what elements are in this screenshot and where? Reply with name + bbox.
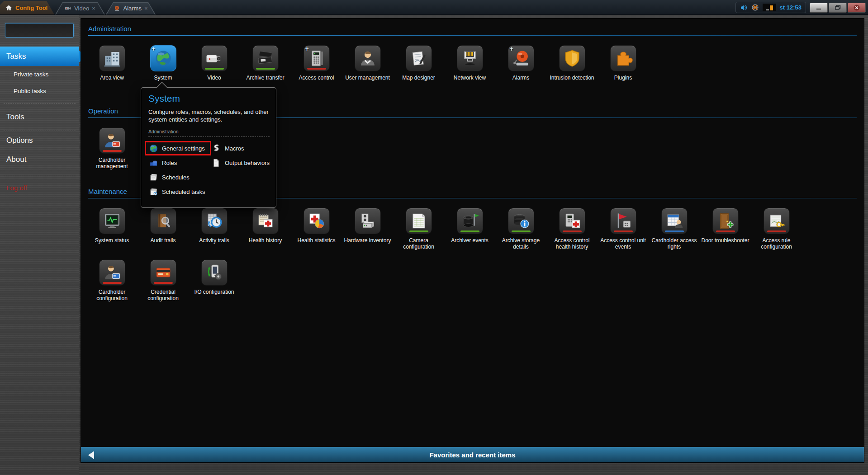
task-tile-label: Activity trails xyxy=(199,237,229,244)
section-underline xyxy=(88,35,857,36)
task-tile-plugins[interactable]: Plugins xyxy=(598,45,649,81)
sidebar-item-public-tasks[interactable]: Public tasks xyxy=(0,88,79,94)
system-tray: st 12:53 xyxy=(735,2,866,13)
task-tile-system[interactable]: +System xyxy=(138,45,189,81)
task-tile-activity-trails[interactable]: Activity trails xyxy=(189,208,240,244)
rj45-icon xyxy=(457,45,483,71)
sidebar-item-private-tasks[interactable]: Private tasks xyxy=(0,71,79,78)
keypad-icon: + xyxy=(304,45,330,71)
task-tile-label: Cardholder configuration xyxy=(87,289,137,301)
task-tile-access-rule-configuration[interactable]: Access rule configuration xyxy=(751,208,802,250)
task-tile-hardware-inventory[interactable]: Hardware inventory xyxy=(342,208,393,244)
task-tile-access-control[interactable]: +Access control xyxy=(291,45,342,81)
sidebar-item-tasks[interactable]: Tasks xyxy=(0,47,79,66)
camera-small-icon xyxy=(65,5,71,12)
minimize-button[interactable] xyxy=(810,3,828,13)
task-tile-cardholder-management[interactable]: Cardholder management xyxy=(86,127,138,169)
close-icon[interactable]: × xyxy=(92,5,95,11)
sidebar-item-options[interactable]: Options xyxy=(0,136,79,145)
popup-item-general-settings[interactable]: General settings xyxy=(145,141,211,155)
task-tile-intrusion-detection[interactable]: Intrusion detection xyxy=(546,45,598,81)
popup-description: Configure roles, macros, schedules, and … xyxy=(148,108,271,123)
task-tile-label: Access control unit events xyxy=(598,237,648,250)
task-tile-label: Access control xyxy=(299,75,334,81)
task-tile-label: Door troubleshooter xyxy=(701,237,749,244)
task-tile-camera-configuration[interactable]: Camera configuration xyxy=(393,208,444,250)
popup-item-label: General settings xyxy=(162,145,205,152)
shield-icon xyxy=(559,45,585,71)
plus-badge: + xyxy=(305,46,309,52)
task-tile-area-view[interactable]: Area view xyxy=(86,45,138,81)
task-tile-archiver-events[interactable]: Archiver events xyxy=(444,208,495,244)
flag-box-icon xyxy=(610,208,636,234)
schedule-icon xyxy=(148,172,158,182)
clock: st 12:53 xyxy=(780,4,802,11)
divider xyxy=(148,136,270,137)
phone-gear-icon xyxy=(201,259,228,286)
task-tile-cardholder-access-rights[interactable]: Cardholder access rights xyxy=(649,208,700,250)
popup-title: System xyxy=(148,93,270,104)
status-stripe xyxy=(614,230,633,232)
task-page: AdministrationArea view+SystemVideoArchi… xyxy=(81,18,864,463)
task-tile-label: Archive transfer xyxy=(246,75,284,81)
tab-alarms[interactable]: Alarms × xyxy=(106,2,156,14)
input-indicator xyxy=(763,4,776,11)
favorites-bar[interactable]: Favorites and recent items xyxy=(81,447,864,462)
task-tile-video[interactable]: Video xyxy=(189,45,240,81)
popup-item-roles[interactable]: Roles xyxy=(148,157,211,169)
popup-item-output-behaviors[interactable]: Output behaviors xyxy=(211,157,270,169)
network-status-icon[interactable] xyxy=(751,4,759,11)
task-tile-map-designer[interactable]: Map designer xyxy=(393,45,444,81)
task-tile-label: User management xyxy=(345,75,390,81)
person-card-red-icon xyxy=(99,127,125,154)
close-icon[interactable]: × xyxy=(144,5,148,11)
task-tile-label: Archiver events xyxy=(451,237,489,244)
task-tile-audit-trails[interactable]: Audit trails xyxy=(138,208,189,244)
tab-video[interactable]: Video × xyxy=(55,2,105,14)
task-tile-alarms[interactable]: +Alarms xyxy=(495,45,546,81)
task-tile-cardholder-configuration[interactable]: Cardholder configuration xyxy=(86,259,138,301)
globe-icon xyxy=(148,143,158,153)
search-input[interactable] xyxy=(5,24,73,37)
close-button[interactable] xyxy=(848,3,866,13)
sidebar-item-log-off[interactable]: Log off xyxy=(0,184,79,192)
status-stripe xyxy=(154,282,173,284)
sidebar-item-about[interactable]: About xyxy=(0,155,79,164)
tapes-icon xyxy=(252,45,279,71)
task-tile-archive-transfer[interactable]: Archive transfer xyxy=(240,45,291,81)
divider xyxy=(4,131,76,131)
task-tile-network-view[interactable]: Network view xyxy=(444,45,495,81)
task-tile-access-control-unit-events[interactable]: Access control unit events xyxy=(598,208,649,250)
task-tile-i-o-configuration[interactable]: I/O configuration xyxy=(189,259,240,295)
back-arrow-icon[interactable] xyxy=(88,451,94,459)
task-tile-door-troubleshooter[interactable]: Door troubleshooter xyxy=(700,208,751,244)
status-stripe xyxy=(205,68,224,70)
task-tile-label: Map designer xyxy=(402,75,435,81)
status-stripe xyxy=(103,282,122,284)
status-stripe xyxy=(256,68,275,70)
cross-box-icon xyxy=(559,208,585,234)
roles-icon xyxy=(148,158,158,168)
task-tile-label: Credential configuration xyxy=(138,289,188,301)
restore-button[interactable] xyxy=(829,3,847,13)
task-tile-access-control-health-history[interactable]: Access control health history xyxy=(546,208,598,250)
globe-icon: + xyxy=(150,45,176,71)
popup-item-schedules[interactable]: Schedules xyxy=(148,171,211,183)
task-tile-archive-storage-details[interactable]: Archive storage details xyxy=(495,208,546,250)
task-tile-health-history[interactable]: Health history xyxy=(240,208,291,244)
task-tile-system-status[interactable]: System status xyxy=(86,208,138,244)
tab-config-tool[interactable]: Config Tool xyxy=(0,1,54,14)
card-icon xyxy=(150,259,176,286)
speaker-icon[interactable] xyxy=(740,4,748,11)
table-person-icon xyxy=(661,208,688,234)
task-tile-health-statistics[interactable]: Health statistics xyxy=(291,208,342,244)
popup-item-macros[interactable]: Macros xyxy=(211,142,270,154)
popup-item-scheduled-tasks[interactable]: Scheduled tasks xyxy=(148,186,211,198)
cross-pie-icon xyxy=(304,208,330,234)
task-tile-user-management[interactable]: User management xyxy=(342,45,393,81)
drum-flag-icon xyxy=(457,208,483,234)
bell-small-icon xyxy=(114,5,120,12)
person-icon xyxy=(355,45,381,71)
task-tile-credential-configuration[interactable]: Credential configuration xyxy=(138,259,189,301)
sidebar-item-tools[interactable]: Tools xyxy=(0,113,79,122)
